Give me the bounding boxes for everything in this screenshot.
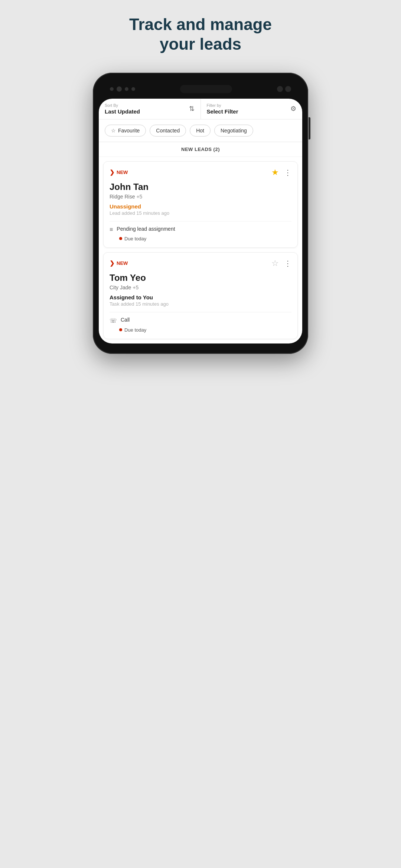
due-text-2: Due today bbox=[124, 327, 146, 333]
lead-card-2[interactable]: ❯ NEW ☆ ⋮ Tom Yeo City Jade +5 Assigned … bbox=[103, 252, 298, 339]
more-button-2[interactable]: ⋮ bbox=[284, 259, 291, 268]
tag-label-contacted: Contacted bbox=[156, 128, 180, 134]
favourite-button-1[interactable]: ★ bbox=[271, 168, 279, 177]
lead-task-1: ≡ Pending lead assignment bbox=[110, 226, 291, 233]
tags-row: ☆ Favourite Contacted Hot Negotiating bbox=[99, 119, 302, 142]
lead-divider-2 bbox=[110, 312, 291, 312]
phone-notch bbox=[99, 83, 302, 95]
tag-label-hot: Hot bbox=[196, 128, 204, 134]
front-sensor bbox=[285, 86, 291, 92]
phone-side-button bbox=[309, 117, 310, 139]
lead-name-2: Tom Yeo bbox=[110, 273, 291, 283]
tag-chip-negotiating[interactable]: Negotiating bbox=[214, 125, 253, 137]
lead-actions-1: ★ ⋮ bbox=[271, 168, 291, 177]
filter-value: Select Filter bbox=[207, 108, 238, 115]
filter-section[interactable]: Filter by Select Filter ⚙ bbox=[201, 99, 303, 119]
sort-section[interactable]: Sort By Last Updated ⇅ bbox=[99, 99, 201, 119]
notch-dot-3 bbox=[125, 87, 128, 91]
task-text-1: Pending lead assignment bbox=[117, 226, 175, 232]
page-title: Track and manage your leads bbox=[129, 15, 272, 54]
lead-project-1: Ridge Rise +5 bbox=[110, 194, 291, 200]
task-list-icon-1: ≡ bbox=[110, 226, 113, 233]
lead-time-1: Lead added 15 minutes ago bbox=[110, 210, 291, 216]
due-dot-1 bbox=[119, 237, 122, 240]
favourite-star-icon: ☆ bbox=[111, 128, 116, 134]
lead-project-2: City Jade +5 bbox=[110, 285, 291, 290]
lead-assignment-1: Unassigned bbox=[110, 203, 291, 210]
lead-actions-2: ☆ ⋮ bbox=[271, 259, 291, 268]
phone-wrapper: Sort By Last Updated ⇅ Filter by Select … bbox=[93, 73, 308, 354]
lead-assignment-2: Assigned to You bbox=[110, 294, 291, 300]
sort-filter-bar: Sort By Last Updated ⇅ Filter by Select … bbox=[99, 99, 302, 119]
notch-dot-1 bbox=[110, 87, 114, 91]
notch-dot-2 bbox=[117, 86, 122, 92]
tag-chip-favourite[interactable]: ☆ Favourite bbox=[105, 125, 146, 137]
sort-value: Last Updated bbox=[105, 108, 140, 115]
lead-time-2: Task added 15 minutes ago bbox=[110, 301, 291, 307]
filter-sliders-icon: ⚙ bbox=[290, 105, 296, 113]
task-due-2: Due today bbox=[119, 327, 291, 333]
lead-task-2: ☏ Call bbox=[110, 317, 291, 324]
task-due-1: Due today bbox=[119, 236, 291, 241]
tag-label-favourite: Favourite bbox=[118, 128, 140, 134]
due-text-1: Due today bbox=[124, 236, 146, 241]
lead-status-badge-1: ❯ NEW bbox=[110, 169, 128, 176]
status-chevron-icon-2: ❯ bbox=[110, 260, 114, 267]
lead-divider-1 bbox=[110, 221, 291, 221]
lead-status-badge-2: ❯ NEW bbox=[110, 260, 128, 267]
lead-name-1: John Tan bbox=[110, 182, 291, 192]
task-text-2: Call bbox=[121, 317, 130, 323]
tag-chip-contacted[interactable]: Contacted bbox=[150, 125, 186, 137]
lead-card-2-header: ❯ NEW ☆ ⋮ bbox=[110, 259, 291, 268]
filter-label: Filter by bbox=[207, 103, 238, 108]
section-header: NEW LEADS (2) bbox=[99, 142, 302, 157]
front-camera bbox=[277, 86, 283, 92]
favourite-button-2[interactable]: ☆ bbox=[271, 259, 279, 268]
lead-status-text-2: NEW bbox=[117, 260, 128, 266]
due-dot-2 bbox=[119, 328, 122, 331]
sort-label: Sort By bbox=[105, 103, 140, 108]
sort-arrows-icon: ⇅ bbox=[189, 105, 195, 113]
more-button-1[interactable]: ⋮ bbox=[284, 168, 291, 177]
lead-project-more-2: +5 bbox=[133, 285, 138, 290]
tag-chip-hot[interactable]: Hot bbox=[190, 125, 211, 137]
lead-project-more-1: +5 bbox=[136, 194, 142, 200]
tag-label-negotiating: Negotiating bbox=[221, 128, 247, 134]
task-phone-icon-2: ☏ bbox=[110, 317, 117, 324]
status-chevron-icon-1: ❯ bbox=[110, 169, 114, 176]
notch-center bbox=[180, 85, 232, 93]
lead-card-1[interactable]: ❯ NEW ★ ⋮ John Tan Ridge Rise +5 Unassig… bbox=[103, 161, 298, 248]
phone-screen: Sort By Last Updated ⇅ Filter by Select … bbox=[99, 99, 302, 343]
lead-status-text-1: NEW bbox=[117, 170, 128, 175]
phone-frame: Sort By Last Updated ⇅ Filter by Select … bbox=[93, 73, 308, 354]
lead-card-1-header: ❯ NEW ★ ⋮ bbox=[110, 168, 291, 177]
notch-dot-4 bbox=[131, 87, 135, 91]
